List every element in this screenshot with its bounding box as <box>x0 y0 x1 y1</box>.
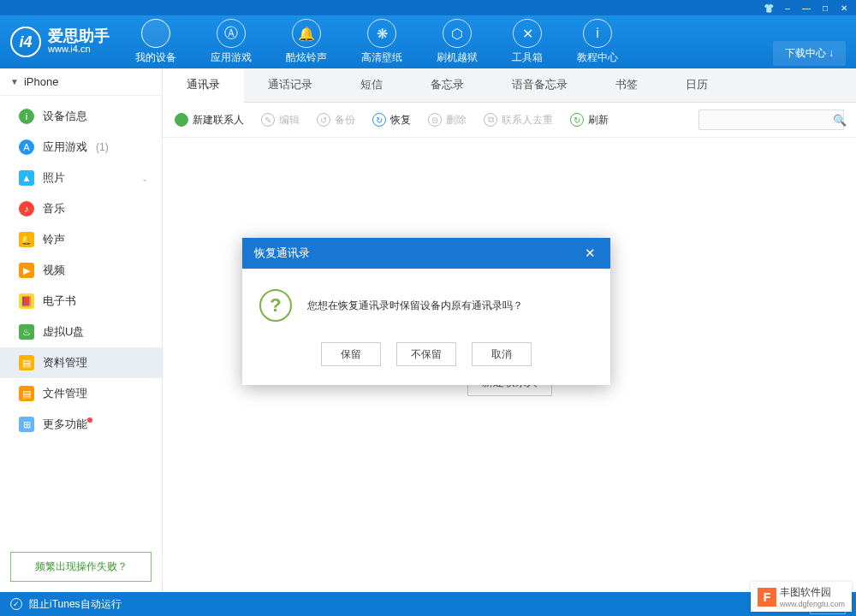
info-icon: i <box>19 109 34 124</box>
dialog-message: 您想在恢复通讯录时保留设备内原有通讯录吗？ <box>307 299 523 313</box>
nav-label: 工具箱 <box>512 50 543 65</box>
sidebar-item-4[interactable]: 🔔铃声 <box>0 224 162 255</box>
sidebar-item-5[interactable]: ▶视频 <box>0 255 162 286</box>
action-icon: ↻ <box>372 113 386 127</box>
nav-label: 应用游戏 <box>211 50 252 65</box>
usb-icon: ♨ <box>19 324 34 340</box>
nav-item-4[interactable]: ⬡刷机越狱 <box>437 19 478 65</box>
sidebar-item-label: 铃声 <box>43 232 65 247</box>
nav-item-1[interactable]: Ⓐ应用游戏 <box>211 19 252 65</box>
status-bar: ✓ 阻止iTunes自动运行 V7.71 检查 <box>0 592 856 616</box>
nav-item-2[interactable]: 🔔酷炫铃声 <box>286 19 327 65</box>
action-label: 新建联系人 <box>193 113 244 127</box>
watermark-name: 丰图软件园 <box>780 586 831 598</box>
nav-icon: ❋ <box>367 19 396 48</box>
main-nav: 我的设备Ⓐ应用游戏🔔酷炫铃声❋高清壁纸⬡刷机越狱✕工具箱i教程中心 <box>135 19 846 65</box>
dash-button[interactable]: – <box>779 2 796 14</box>
tab-3[interactable]: 备忘录 <box>407 68 488 102</box>
toolbar-action-2: ↺备份 <box>317 113 355 127</box>
toolbar-action-0[interactable]: +新建联系人 <box>175 113 244 127</box>
nav-label: 我的设备 <box>135 50 176 65</box>
close-button[interactable]: ✕ <box>835 2 853 14</box>
keep-button[interactable]: 保留 <box>321 342 381 366</box>
sidebar-item-label: 更多功能 <box>43 417 87 432</box>
photo-icon: ▲ <box>19 170 34 186</box>
check-icon: ✓ <box>10 598 22 610</box>
dialog-header: 恢复通讯录 ✕ <box>242 238 610 269</box>
watermark: F 丰图软件园 www.dgfengtu.com <box>751 582 852 612</box>
sidebar-item-label: 设备信息 <box>43 109 87 124</box>
sidebar-item-2[interactable]: ▲照片⌄ <box>0 163 162 193</box>
tabs: 通讯录通话记录短信备忘录语音备忘录书签日历 <box>163 68 856 103</box>
action-icon: ✎ <box>261 113 275 127</box>
sidebar-item-label: 文件管理 <box>43 386 87 401</box>
tab-4[interactable]: 语音备忘录 <box>488 68 591 102</box>
maximize-button[interactable]: □ <box>817 2 834 14</box>
nav-icon: i <box>583 19 612 48</box>
tab-2[interactable]: 短信 <box>336 68 407 102</box>
file-icon: ▤ <box>19 386 34 401</box>
nav-icon: Ⓐ <box>217 19 246 48</box>
action-label: 编辑 <box>279 113 300 127</box>
tab-1[interactable]: 通话记录 <box>244 68 336 102</box>
download-center-button[interactable]: 下载中心 ↓ <box>773 41 846 66</box>
watermark-url: www.dgfengtu.com <box>780 600 845 608</box>
help-link[interactable]: 频繁出现操作失败？ <box>10 552 152 582</box>
action-label: 删除 <box>446 113 467 127</box>
sidebar-item-7[interactable]: ♨虚拟U盘 <box>0 317 162 347</box>
toolbar-action-1: ✎编辑 <box>261 113 300 127</box>
toolbar: +新建联系人✎编辑↺备份↻恢复⊖删除⧉联系人去重↻刷新🔍 <box>163 103 856 138</box>
search-box[interactable]: 🔍 <box>698 110 844 130</box>
titlebar: 👕 – — □ ✕ <box>0 0 856 15</box>
sidebar-item-1[interactable]: A应用游戏(1) <box>0 132 162 163</box>
sidebar-item-0[interactable]: i设备信息 <box>0 101 162 132</box>
sidebar-item-6[interactable]: 📕电子书 <box>0 286 162 317</box>
nav-item-6[interactable]: i教程中心 <box>577 19 618 65</box>
count-badge: (1) <box>96 141 109 153</box>
nav-item-3[interactable]: ❋高清壁纸 <box>361 19 402 65</box>
cancel-button[interactable]: 取消 <box>472 342 532 366</box>
search-icon: 🔍 <box>833 114 847 127</box>
minimize-button[interactable]: — <box>798 2 815 14</box>
video-icon: ▶ <box>19 263 34 278</box>
no-keep-button[interactable]: 不保留 <box>396 342 456 366</box>
sidebar-item-9[interactable]: ▤文件管理 <box>0 378 162 409</box>
sidebar-item-8[interactable]: ▤资料管理 <box>0 347 162 378</box>
ring-icon: 🔔 <box>19 232 34 247</box>
more-icon: ⊞ <box>19 417 34 432</box>
sidebar-item-label: 电子书 <box>43 293 76 309</box>
nav-label: 酷炫铃声 <box>286 50 327 65</box>
sidebar-item-label: 资料管理 <box>43 355 87 370</box>
nav-label: 教程中心 <box>577 50 618 65</box>
toolbar-action-5: ⧉联系人去重 <box>484 113 553 127</box>
nav-item-0[interactable]: 我的设备 <box>135 19 176 65</box>
logo: i4 爱思助手 www.i4.cn <box>10 27 110 57</box>
toolbar-action-4: ⊖删除 <box>428 113 467 127</box>
question-icon: ? <box>259 289 292 322</box>
sidebar-item-label: 音乐 <box>43 201 65 216</box>
dialog-close-button[interactable]: ✕ <box>581 246 598 261</box>
notification-dot <box>87 418 92 423</box>
tab-0[interactable]: 通讯录 <box>163 68 244 103</box>
music-icon: ♪ <box>19 201 34 216</box>
device-name: iPhone <box>24 75 58 88</box>
sidebar-item-label: 应用游戏 <box>43 139 87 155</box>
dialog-title: 恢复通讯录 <box>254 246 310 261</box>
toolbar-action-6[interactable]: ↻刷新 <box>570 113 609 127</box>
sidebar-item-10[interactable]: ⊞更多功能 <box>0 409 162 440</box>
action-label: 联系人去重 <box>502 113 553 127</box>
search-input[interactable] <box>704 114 833 126</box>
nav-item-5[interactable]: ✕工具箱 <box>512 19 543 65</box>
itunes-toggle[interactable]: 阻止iTunes自动运行 <box>29 597 122 612</box>
nav-label: 高清壁纸 <box>361 50 402 65</box>
tab-5[interactable]: 书签 <box>591 68 662 102</box>
tab-6[interactable]: 日历 <box>662 68 732 102</box>
toolbar-action-3[interactable]: ↻恢复 <box>372 113 411 127</box>
tshirt-icon[interactable]: 👕 <box>760 2 777 14</box>
app-icon: A <box>19 139 34 155</box>
device-selector[interactable]: ▼ iPhone <box>0 68 162 96</box>
sidebar-item-3[interactable]: ♪音乐 <box>0 193 162 224</box>
app-header: i4 爱思助手 www.i4.cn 我的设备Ⓐ应用游戏🔔酷炫铃声❋高清壁纸⬡刷机… <box>0 15 856 68</box>
chevron-down-icon: ⌄ <box>141 174 148 183</box>
action-icon: ↻ <box>570 113 584 127</box>
